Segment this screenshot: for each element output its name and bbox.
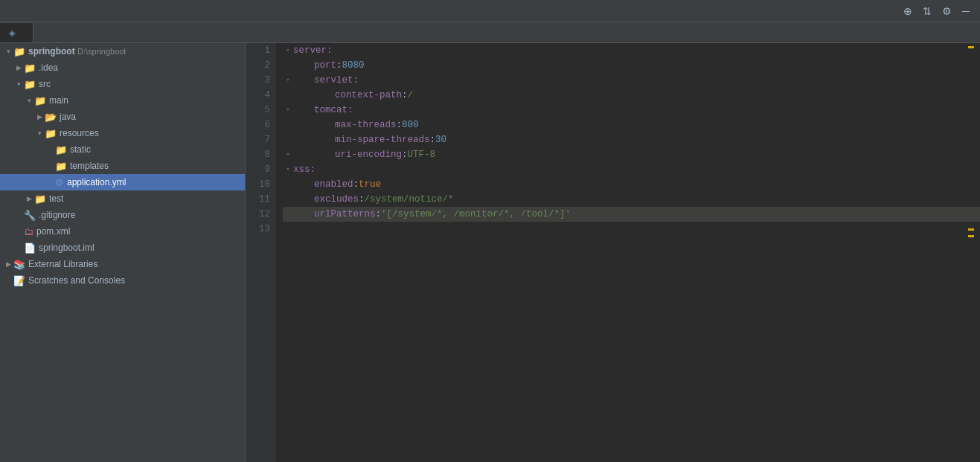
token: xss: — [293, 162, 316, 177]
folder-icon: 📁 — [34, 193, 46, 205]
code-line-3: ▾servlet: — [283, 73, 980, 88]
editor-content[interactable]: 12345678910111213 ▾server:port: 8080▾ser… — [246, 43, 980, 462]
right-margin — [968, 43, 974, 237]
tree-arrow-java: ▶ — [34, 113, 45, 121]
main-layout: ▾📁springboot D:\springboot▶📁.idea▾📁src▾📁… — [0, 43, 980, 462]
code-line-11: excludes: /system/notice/* — [283, 192, 980, 207]
token: : — [397, 118, 403, 132]
sidebar-item-idea[interactable]: ▶📁.idea — [0, 60, 245, 76]
tree-label-src: src — [39, 79, 51, 89]
scratch-icon: 📝 — [13, 275, 25, 286]
code-line-7: min-spare-threads: 30 — [283, 132, 980, 147]
token: tomcat: — [314, 103, 353, 118]
tree-label-springboot: springboot D:\springboot — [28, 46, 126, 57]
tab-application-yml[interactable]: ◈ — [0, 23, 33, 42]
sidebar-item-main[interactable]: ▾📁main — [0, 92, 245, 109]
code-line-6: max-threads: 800 — [283, 118, 980, 132]
sidebar-item-static[interactable]: 📁static — [0, 141, 245, 158]
token: context-path — [335, 88, 402, 103]
margin-mark-orange-2 — [968, 235, 974, 237]
margin-mark-yellow — [968, 46, 974, 48]
sidebar-item-java[interactable]: ▶📂java — [0, 109, 245, 125]
code-line-5: ▾tomcat: — [283, 103, 980, 118]
tab-bar: ◈ — [0, 22, 980, 43]
token: / — [408, 88, 414, 103]
folder-icon: 📁 — [55, 161, 67, 172]
sidebar: ▾📁springboot D:\springboot▶📁.idea▾📁src▾📁… — [0, 43, 246, 462]
line-number-5: 5 — [250, 103, 270, 118]
token: 800 — [402, 118, 419, 132]
tab-yml-icon: ◈ — [9, 28, 15, 38]
folder-icon: 📁 — [34, 95, 46, 106]
sidebar-item-test[interactable]: ▶📁test — [0, 190, 245, 207]
token: server: — [293, 43, 333, 58]
title-bar: ⊕ ⇅ ⚙ ─ — [0, 0, 980, 22]
sidebar-item-gitignore[interactable]: 🔧.gitignore — [0, 207, 245, 223]
project-icon: 📁 — [13, 46, 25, 57]
line-number-11: 11 — [250, 192, 270, 207]
fold-btn-3[interactable]: ▾ — [283, 73, 293, 88]
line-number-13: 13 — [250, 222, 270, 237]
add-content-icon[interactable]: ⊕ — [900, 3, 916, 19]
line-number-2: 2 — [250, 58, 270, 73]
token: : — [376, 207, 382, 222]
line-number-4: 4 — [250, 88, 270, 103]
tree-label-scratches: Scratches and Consoles — [28, 275, 125, 286]
token: 8080 — [342, 58, 365, 73]
fold-btn-9[interactable]: ▾ — [283, 162, 293, 177]
sidebar-item-application.yml[interactable]: ⚙application.yml — [0, 174, 245, 190]
tree-label-pom.xml: pom.xml — [36, 226, 70, 237]
token: enabled — [314, 177, 353, 192]
token: true — [359, 177, 381, 192]
token: max-threads — [335, 118, 397, 132]
token: /system/notice/* — [365, 192, 454, 207]
code-line-12: urlPatterns: '[/system/*, /monitor/*, /t… — [283, 207, 980, 222]
sidebar-item-external-libraries[interactable]: ▶📚External Libraries — [0, 256, 245, 272]
tree-label-idea: .idea — [39, 62, 58, 73]
tree-label-resources: resources — [60, 128, 99, 138]
line-numbers: 12345678910111213 — [246, 43, 275, 462]
fold-btn-5[interactable]: ▾ — [283, 103, 293, 118]
settings-icon[interactable]: ⚙ — [938, 3, 955, 19]
title-bar-icons: ⊕ ⇅ ⚙ ─ — [900, 3, 974, 19]
layout-icon[interactable]: ⇅ — [919, 3, 935, 19]
token: urlPatterns — [314, 207, 376, 222]
tree-arrow-idea: ▶ — [13, 64, 24, 71]
code-area[interactable]: ▾server:port: 8080▾servlet:context-path:… — [275, 43, 980, 462]
line-number-7: 7 — [250, 132, 270, 147]
sidebar-item-springboot[interactable]: ▾📁springboot D:\springboot — [0, 43, 245, 60]
sidebar-item-src[interactable]: ▾📁src — [0, 76, 245, 92]
token: servlet: — [314, 73, 359, 88]
iml-icon: 📄 — [24, 243, 36, 254]
tree-label-test: test — [49, 193, 63, 204]
margin-mark-orange-1 — [968, 228, 974, 231]
sidebar-item-resources[interactable]: ▾📁resources — [0, 125, 245, 141]
fold-btn-8[interactable]: ▾ — [283, 147, 293, 162]
tree-arrow-test: ▶ — [24, 195, 34, 202]
token: '[/system/*, /monitor/*, /tool/*]' — [381, 207, 571, 222]
line-number-12: 12 — [250, 207, 270, 222]
tree-arrow-external-libraries: ▶ — [3, 260, 13, 268]
folder-icon: 📁 — [55, 144, 67, 155]
token: : — [359, 192, 365, 207]
sidebar-item-scratches[interactable]: 📝Scratches and Consoles — [0, 272, 245, 289]
tree-label-gitignore: .gitignore — [39, 210, 75, 220]
tree-arrow-main: ▾ — [24, 97, 34, 104]
fold-btn-1[interactable]: ▾ — [283, 43, 293, 58]
minimize-icon[interactable]: ─ — [958, 3, 974, 19]
tree-arrow-src: ▾ — [13, 80, 24, 88]
gitignore-icon: 🔧 — [24, 210, 36, 221]
code-line-9: ▾xss: — [283, 162, 980, 177]
token: : — [430, 132, 436, 147]
tree-label-main: main — [49, 95, 68, 106]
sidebar-item-pom.xml[interactable]: 🗂pom.xml — [0, 223, 245, 240]
ext-lib-icon: 📚 — [13, 259, 25, 270]
sidebar-item-templates[interactable]: 📁templates — [0, 158, 245, 174]
folder-icon: 📁 — [24, 62, 36, 74]
pom-icon: 🗂 — [24, 226, 33, 237]
margin-mark-spacer — [968, 228, 974, 231]
tree-label-static: static — [70, 144, 91, 155]
sidebar-item-springboot.iml[interactable]: 📄springboot.iml — [0, 240, 245, 256]
code-line-13 — [283, 222, 980, 237]
line-number-3: 3 — [250, 73, 270, 88]
